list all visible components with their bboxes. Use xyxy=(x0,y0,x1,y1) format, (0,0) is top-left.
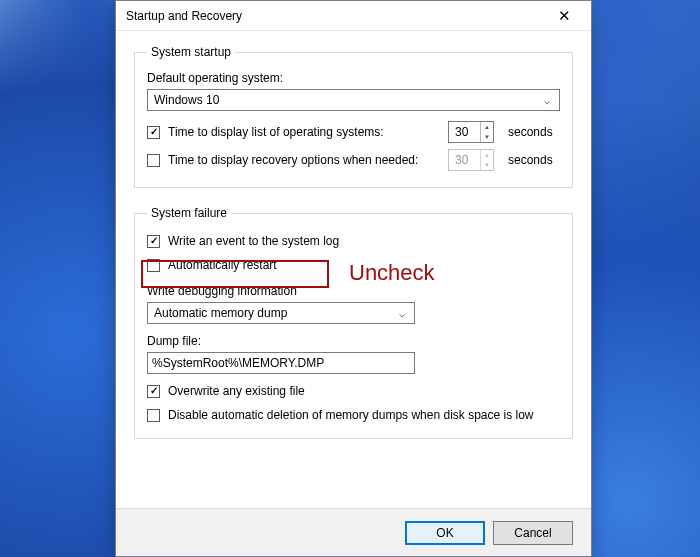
debug-info-select[interactable]: Automatic memory dump ⌵ xyxy=(147,302,415,324)
time-os-list-label: Time to display list of operating system… xyxy=(168,125,384,139)
seconds-label: seconds xyxy=(508,153,560,167)
dump-file-label: Dump file: xyxy=(147,334,560,348)
time-recovery-row: Time to display recovery options when ne… xyxy=(147,149,560,171)
overwrite-checkbox[interactable] xyxy=(147,385,160,398)
dialog-footer: OK Cancel xyxy=(116,508,591,556)
overwrite-label: Overwrite any existing file xyxy=(168,384,305,398)
time-recovery-value: 30 xyxy=(449,150,480,170)
dialog-content: System startup Default operating system:… xyxy=(116,31,591,508)
default-os-value: Windows 10 xyxy=(154,93,219,107)
auto-restart-row: Automatically restart xyxy=(147,258,560,272)
spinner-arrows: ▲▼ xyxy=(480,150,493,170)
disable-delete-label: Disable automatic deletion of memory dum… xyxy=(168,408,534,422)
default-os-label: Default operating system: xyxy=(147,71,560,85)
startup-recovery-dialog: Startup and Recovery ✕ System startup De… xyxy=(115,0,592,557)
system-failure-group: System failure Write an event to the sys… xyxy=(134,206,573,439)
dump-file-value: %SystemRoot%\MEMORY.DMP xyxy=(152,356,324,370)
cancel-button[interactable]: Cancel xyxy=(493,521,573,545)
time-recovery-spinner: 30 ▲▼ xyxy=(448,149,494,171)
debug-info-label: Write debugging information xyxy=(147,284,560,298)
cancel-button-label: Cancel xyxy=(514,526,551,540)
write-event-label: Write an event to the system log xyxy=(168,234,339,248)
time-recovery-checkbox[interactable] xyxy=(147,154,160,167)
system-failure-legend: System failure xyxy=(147,206,231,220)
time-os-list-row: Time to display list of operating system… xyxy=(147,121,560,143)
dialog-title: Startup and Recovery xyxy=(126,9,242,23)
time-os-list-spinner[interactable]: 30 ▲▼ xyxy=(448,121,494,143)
auto-restart-checkbox[interactable] xyxy=(147,259,160,272)
titlebar: Startup and Recovery ✕ xyxy=(116,1,591,31)
desktop-background: Startup and Recovery ✕ System startup De… xyxy=(0,0,700,557)
system-startup-legend: System startup xyxy=(147,45,235,59)
time-recovery-label: Time to display recovery options when ne… xyxy=(168,153,418,167)
spinner-arrows[interactable]: ▲▼ xyxy=(480,122,493,142)
default-os-select[interactable]: Windows 10 ⌵ xyxy=(147,89,560,111)
write-event-checkbox[interactable] xyxy=(147,235,160,248)
close-icon: ✕ xyxy=(558,7,571,25)
chevron-down-icon: ⌵ xyxy=(539,92,555,108)
time-os-list-value: 30 xyxy=(449,122,480,142)
dump-file-input[interactable]: %SystemRoot%\MEMORY.DMP xyxy=(147,352,415,374)
debug-info-value: Automatic memory dump xyxy=(154,306,287,320)
write-event-row: Write an event to the system log xyxy=(147,234,560,248)
overwrite-row: Overwrite any existing file xyxy=(147,384,560,398)
ok-button-label: OK xyxy=(436,526,453,540)
ok-button[interactable]: OK xyxy=(405,521,485,545)
disable-delete-row: Disable automatic deletion of memory dum… xyxy=(147,408,560,422)
chevron-down-icon: ⌵ xyxy=(394,305,410,321)
disable-delete-checkbox[interactable] xyxy=(147,409,160,422)
time-os-list-checkbox[interactable] xyxy=(147,126,160,139)
system-startup-group: System startup Default operating system:… xyxy=(134,45,573,188)
auto-restart-label: Automatically restart xyxy=(168,258,277,272)
seconds-label: seconds xyxy=(508,125,560,139)
close-button[interactable]: ✕ xyxy=(545,2,583,30)
